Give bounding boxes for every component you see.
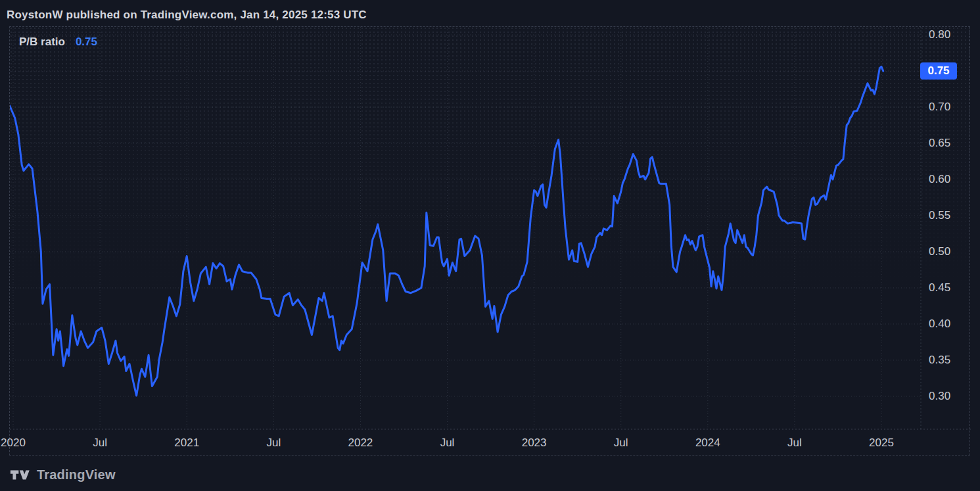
time-axis-label: Jul: [595, 436, 647, 450]
time-axis-label: Jul: [421, 436, 474, 450]
price-axis-label: 0.40: [929, 317, 969, 331]
time-axis-label: Jul: [247, 436, 300, 450]
time-axis-label: 2025: [855, 436, 908, 450]
price-axis-label: 0.60: [929, 173, 969, 186]
footer: TradingView: [10, 463, 116, 486]
time-axis-label: 2022: [334, 436, 386, 450]
price-axis-label: 0.80: [929, 28, 969, 41]
publish-header: RoystonW published on TradingView.com, J…: [7, 7, 367, 24]
last-price-value: 0.75: [927, 64, 949, 77]
page: { "header": { "title": "RoystonW publish…: [0, 0, 980, 491]
price-axis-label: 0.70: [929, 101, 969, 114]
time-axis[interactable]: 2020Jul2021Jul2022Jul2023Jul2024Jul2025: [10, 429, 971, 456]
price-axis-label: 0.50: [929, 245, 969, 258]
tradingview-logo-link[interactable]: TradingView: [10, 467, 116, 482]
time-axis-label: Jul: [768, 436, 821, 450]
time-axis-label: 2023: [508, 436, 561, 450]
chart-legend: P/B ratio0.75: [19, 35, 97, 49]
brand-name: TradingView: [37, 467, 116, 482]
chart-widget: P/B ratio0.75 0.800.700.650.600.550.500.…: [9, 26, 970, 456]
legend-series-label: P/B ratio: [19, 35, 65, 48]
price-axis-label: 0.45: [929, 281, 969, 294]
legend-last-value: 0.75: [76, 35, 97, 48]
time-axis-label: 2020: [0, 436, 39, 450]
tradingview-logo-icon: [10, 469, 31, 481]
time-axis-label: 2024: [682, 436, 734, 450]
price-axis-label: 0.35: [929, 354, 969, 367]
price-axis-label: 0.65: [929, 137, 969, 150]
price-axis[interactable]: 0.800.700.650.600.550.500.450.400.350.30: [10, 27, 971, 429]
time-axis-label: 2021: [160, 436, 213, 450]
publish-title: RoystonW published on TradingView.com, J…: [7, 9, 367, 21]
last-price-badge: 0.75: [920, 62, 957, 80]
price-axis-label: 0.30: [929, 390, 969, 403]
price-axis-label: 0.55: [929, 209, 969, 222]
time-axis-label: Jul: [74, 436, 126, 450]
